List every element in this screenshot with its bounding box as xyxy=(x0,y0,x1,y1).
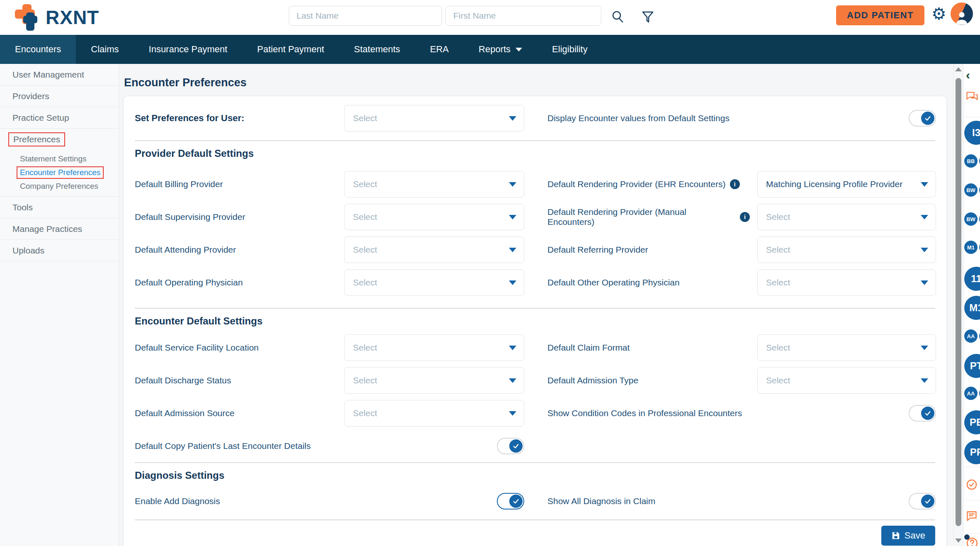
preferences-user-select[interactable]: Select xyxy=(344,105,524,132)
tab-reports[interactable]: Reports xyxy=(464,35,537,64)
default-rendering-ehr-select[interactable]: Matching Licensing Profile Provider xyxy=(757,171,936,197)
chat-lines-icon[interactable] xyxy=(966,510,978,523)
search-icon[interactable] xyxy=(609,8,627,27)
patient-avatar[interactable]: BB xyxy=(964,154,978,168)
divider xyxy=(135,308,935,309)
user-avatar[interactable] xyxy=(951,2,973,25)
sidebar-item-label: Company Preferences xyxy=(20,182,98,191)
patient-avatar[interactable]: M1 xyxy=(964,296,980,320)
gear-icon[interactable]: ⚙ xyxy=(929,5,949,22)
save-row: Save xyxy=(135,526,935,546)
patient-avatar[interactable]: I3 xyxy=(964,121,980,145)
select-placeholder: Select xyxy=(353,113,377,123)
collapse-panel-icon[interactable]: ‹ xyxy=(966,69,970,81)
enable-add-diagnosis-toggle[interactable] xyxy=(497,493,524,509)
sidebar-item-label: User Management xyxy=(12,70,84,80)
patient-avatar[interactable]: BW xyxy=(964,183,978,197)
main-nav: Encounters Claims Insurance Payment Pati… xyxy=(0,35,980,64)
divider xyxy=(965,117,980,117)
sidebar-item-uploads[interactable]: Uploads xyxy=(0,240,119,261)
patient-avatar[interactable]: PT xyxy=(964,354,980,378)
label-text: Default Rendering Provider (Manual Encou… xyxy=(547,207,736,227)
tab-statements[interactable]: Statements xyxy=(339,35,415,64)
patient-avatar[interactable]: PE xyxy=(964,410,980,434)
default-rendering-manual-select[interactable]: Select xyxy=(757,204,936,230)
select-placeholder: Select xyxy=(353,408,377,418)
default-referring-provider-select[interactable]: Select xyxy=(757,236,936,263)
default-attending-provider-select[interactable]: Select xyxy=(344,236,524,263)
help-icon[interactable] xyxy=(966,537,978,546)
sidebar-item-user-management[interactable]: User Management xyxy=(0,64,119,85)
info-icon[interactable] xyxy=(730,179,740,189)
scrollbar-down-arrow[interactable] xyxy=(955,539,962,543)
sidebar-item-label: Providers xyxy=(12,91,49,101)
last-name-input[interactable] xyxy=(289,6,442,26)
default-discharge-status-select[interactable]: Select xyxy=(344,367,524,394)
chevron-down-icon xyxy=(516,48,522,51)
sidebar-item-manage-practices[interactable]: Manage Practices xyxy=(0,218,119,240)
first-name-input[interactable] xyxy=(445,6,601,26)
scrollbar-thumb[interactable] xyxy=(956,78,961,526)
chat-bubbles-icon[interactable] xyxy=(966,91,978,104)
default-other-operating-physician-select[interactable]: Select xyxy=(757,269,936,296)
show-all-diagnosis-toggle[interactable] xyxy=(909,493,936,509)
scrollbar-up-arrow[interactable] xyxy=(955,67,962,71)
select-placeholder: Select xyxy=(353,375,377,385)
tab-insurance-payment[interactable]: Insurance Payment xyxy=(134,35,243,64)
info-icon[interactable] xyxy=(740,212,750,222)
patient-avatar[interactable]: AA xyxy=(964,329,978,343)
show-condition-codes-toggle[interactable] xyxy=(909,405,936,422)
default-operating-physician-select[interactable]: Select xyxy=(344,269,524,296)
sidebar-item-encounter-preferences[interactable]: Encounter Preferences xyxy=(0,166,119,179)
tab-label: Reports xyxy=(479,44,511,55)
default-claim-format-select[interactable]: Select xyxy=(757,334,936,361)
default-admission-type-label: Default Admission Type xyxy=(547,375,757,385)
tab-era[interactable]: ERA xyxy=(415,35,464,64)
save-button[interactable]: Save xyxy=(881,526,935,546)
add-patient-button[interactable]: ADD PATIENT xyxy=(836,5,924,25)
tab-claims[interactable]: Claims xyxy=(76,35,134,64)
red-highlight-box: Encounter Preferences xyxy=(17,166,104,179)
default-admission-source-label: Default Admission Source xyxy=(135,408,344,418)
tab-label: ERA xyxy=(430,44,449,55)
chevron-down-icon xyxy=(509,411,516,416)
default-operating-physician-label: Default Operating Physician xyxy=(135,278,344,288)
avatar-initials: BW xyxy=(966,216,975,222)
default-claim-format-label: Default Claim Format xyxy=(547,343,757,353)
tab-patient-payment[interactable]: Patient Payment xyxy=(242,35,339,64)
patient-avatar[interactable]: M1 xyxy=(964,241,978,254)
patient-avatar[interactable]: AA xyxy=(964,387,978,400)
filter-icon[interactable] xyxy=(639,8,657,27)
show-condition-codes-label: Show Condition Codes in Professional Enc… xyxy=(547,408,757,418)
patient-avatar[interactable]: PF xyxy=(964,440,980,464)
sidebar-item-tools[interactable]: Tools xyxy=(0,197,119,218)
clock-check-icon[interactable] xyxy=(966,479,978,492)
patient-avatar[interactable]: 11 xyxy=(964,267,980,291)
sidebar-item-practice-setup[interactable]: Practice Setup xyxy=(0,107,119,129)
sidebar-item-statement-settings[interactable]: Statement Settings xyxy=(0,152,119,166)
default-admission-source-select[interactable]: Select xyxy=(344,400,524,427)
save-icon xyxy=(891,531,900,540)
default-supervising-provider-select[interactable]: Select xyxy=(344,204,524,230)
save-label: Save xyxy=(905,530,925,541)
sidebar-item-company-preferences[interactable]: Company Preferences xyxy=(0,179,119,193)
avatar-initials: I3 xyxy=(972,127,980,139)
select-placeholder: Select xyxy=(766,343,790,353)
tab-encounters[interactable]: Encounters xyxy=(0,35,76,64)
toggle-knob xyxy=(921,407,934,420)
logo-text: RXNT xyxy=(46,6,99,29)
default-copy-last-encounter-toggle[interactable] xyxy=(497,438,524,454)
sidebar-item-providers[interactable]: Providers xyxy=(0,85,119,107)
person-icon xyxy=(954,10,970,25)
encounter-settings-heading: Encounter Default Settings xyxy=(135,315,935,327)
sidebar-item-preferences[interactable]: Preferences xyxy=(0,129,119,150)
patient-avatar[interactable]: BW xyxy=(964,212,978,226)
default-other-operating-physician-label: Default Other Operating Physician xyxy=(547,278,757,288)
rxnt-logo[interactable]: RXNT xyxy=(15,4,99,31)
default-admission-type-select[interactable]: Select xyxy=(757,367,936,394)
default-service-facility-select[interactable]: Select xyxy=(344,334,524,361)
tab-eligibility[interactable]: Eligibility xyxy=(537,35,603,64)
preferences-sub-group: Statement Settings Encounter Preferences… xyxy=(0,150,119,197)
default-billing-provider-select[interactable]: Select xyxy=(344,171,524,197)
display-encounter-values-toggle[interactable] xyxy=(909,110,936,127)
